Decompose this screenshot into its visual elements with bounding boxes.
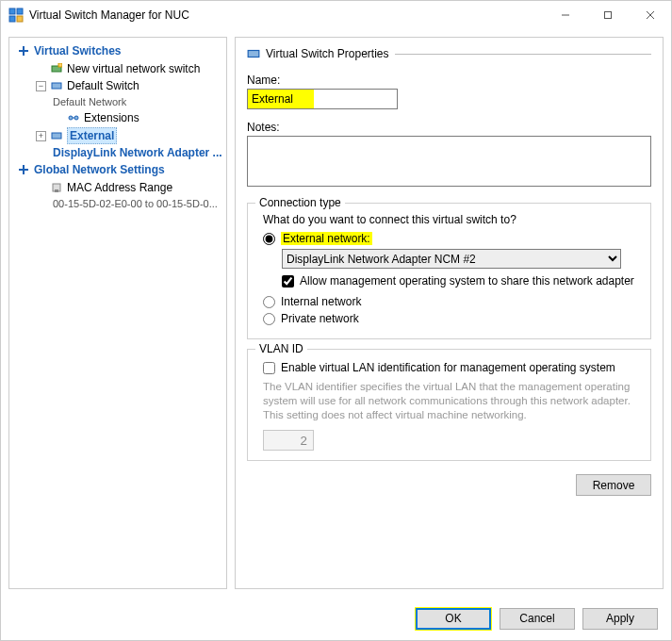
vlan-group: VLAN ID Enable virtual LAN identificatio… <box>247 349 651 461</box>
tree-item-external[interactable]: + External <box>11 126 224 145</box>
section-virtual-switches-label: Virtual Switches <box>34 43 121 58</box>
tree-item-default-network[interactable]: Default Network <box>11 94 224 109</box>
switch-icon <box>50 130 63 141</box>
properties-header: Virtual Switch Properties <box>266 47 389 60</box>
check-allow-mgmt-label: Allow management operating system to sha… <box>300 274 634 288</box>
vlan-id-input <box>263 430 314 451</box>
radio-internal-input[interactable] <box>263 296 275 308</box>
svg-rect-14 <box>52 133 61 139</box>
tree-item-default-switch[interactable]: − Default Switch <box>11 77 224 94</box>
svg-rect-9 <box>58 63 62 67</box>
tree-item-label: Extensions <box>84 110 139 125</box>
svg-rect-0 <box>9 8 15 14</box>
radio-private[interactable]: Private network <box>263 312 641 325</box>
dialog-footer: OK Cancel Apply <box>1 597 671 640</box>
minimize-button[interactable] <box>544 2 586 28</box>
global-icon <box>17 164 30 175</box>
connection-question: What do you want to connect this virtual… <box>263 213 641 226</box>
radio-external-input[interactable] <box>263 233 275 245</box>
section-global-label: Global Network Settings <box>34 162 165 177</box>
radio-internal-label: Internal network <box>281 295 361 308</box>
check-vlan-enable-label: Enable virtual LAN identification for ma… <box>281 361 615 374</box>
section-global-settings[interactable]: Global Network Settings <box>11 160 224 179</box>
tree-item-mac-range-value: 00-15-5D-02-E0-00 to 00-15-5D-0... <box>11 196 224 211</box>
svg-rect-10 <box>52 83 61 89</box>
remove-button[interactable]: Remove <box>576 474 651 496</box>
tree-item-label: MAC Address Range <box>67 180 172 195</box>
collapse-icon[interactable]: − <box>36 81 46 91</box>
radio-internal[interactable]: Internal network <box>263 295 641 308</box>
name-label: Name: <box>247 74 651 87</box>
svg-rect-17 <box>248 51 259 58</box>
virtual-switch-manager-window: Virtual Switch Manager for NUC Virtual S… <box>0 0 672 641</box>
notes-label: Notes: <box>247 121 651 134</box>
tree-item-new-switch[interactable]: New virtual network switch <box>11 60 224 77</box>
adapter-select[interactable]: DisplayLink Network Adapter NCM #2 <box>282 249 621 269</box>
extensions-icon <box>67 112 80 123</box>
vlan-help-text: The VLAN identifier specifies the virtua… <box>263 380 641 422</box>
radio-private-input[interactable] <box>263 313 275 325</box>
titlebar: Virtual Switch Manager for NUC <box>1 1 671 29</box>
svg-rect-5 <box>604 12 611 19</box>
check-allow-mgmt-input[interactable] <box>282 275 294 288</box>
radio-external[interactable]: External network: <box>263 232 641 245</box>
cancel-button[interactable]: Cancel <box>500 608 575 630</box>
radio-private-label: Private network <box>281 312 359 325</box>
connection-type-group: Connection type What do you want to conn… <box>247 203 651 339</box>
tree-item-extensions[interactable]: Extensions <box>11 109 224 126</box>
svg-rect-1 <box>17 8 23 14</box>
new-switch-icon <box>50 63 63 74</box>
name-input[interactable] <box>247 89 398 109</box>
app-icon <box>8 8 24 23</box>
tree-item-label: Default Switch <box>67 78 139 93</box>
switches-icon <box>17 45 30 57</box>
check-vlan-enable[interactable]: Enable virtual LAN identification for ma… <box>263 361 641 374</box>
tree-item-label: External <box>67 127 117 144</box>
expand-icon[interactable]: + <box>36 131 46 141</box>
switch-icon <box>50 80 63 91</box>
properties-panel: Virtual Switch Properties Name: Notes: C… <box>235 37 664 589</box>
tree-item-external-adapter[interactable]: DisplayLink Network Adapter ... <box>11 145 224 160</box>
ok-button[interactable]: OK <box>416 608 491 630</box>
notes-input[interactable] <box>247 136 651 187</box>
tree-item-label: New virtual network switch <box>67 61 200 76</box>
svg-point-12 <box>74 116 78 120</box>
tree-item-mac-range[interactable]: MAC Address Range <box>11 179 224 196</box>
maximize-button[interactable] <box>586 2 629 28</box>
check-allow-mgmt[interactable]: Allow management operating system to sha… <box>282 274 641 288</box>
svg-rect-3 <box>17 16 23 22</box>
connection-type-legend: Connection type <box>255 196 345 209</box>
nic-icon <box>50 182 63 193</box>
radio-external-label: External network: <box>281 232 372 245</box>
svg-rect-2 <box>9 16 15 22</box>
apply-button[interactable]: Apply <box>582 608 658 630</box>
close-button[interactable] <box>629 2 671 28</box>
window-title: Virtual Switch Manager for NUC <box>29 8 189 22</box>
switch-icon <box>247 47 260 60</box>
tree-panel: Virtual Switches New virtual network swi… <box>8 37 227 589</box>
check-vlan-enable-input[interactable] <box>263 362 275 374</box>
section-virtual-switches[interactable]: Virtual Switches <box>11 41 224 60</box>
vlan-legend: VLAN ID <box>255 342 307 355</box>
svg-point-11 <box>69 116 73 120</box>
svg-rect-16 <box>55 189 58 192</box>
